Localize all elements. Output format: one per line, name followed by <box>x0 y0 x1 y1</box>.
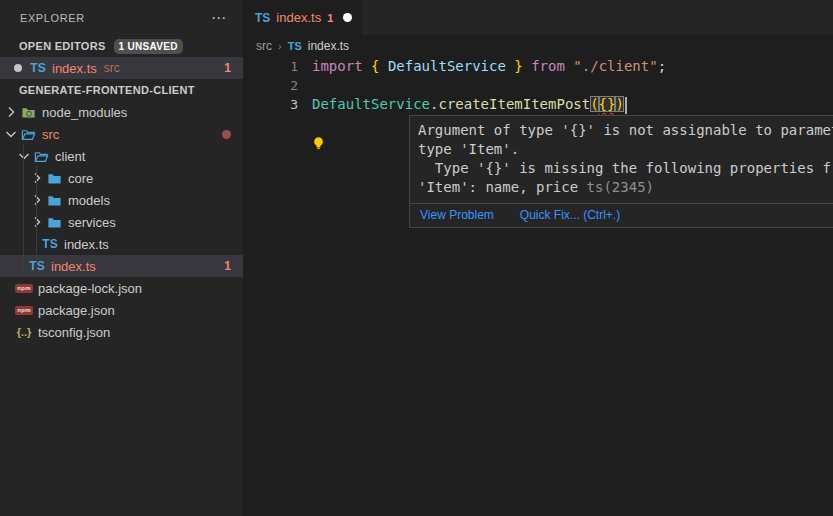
code-area[interactable]: 1import { DefaultService } from "./clien… <box>243 57 833 114</box>
tree-item-label: services <box>68 215 116 230</box>
indent-guide <box>36 166 37 254</box>
ts-icon: TS <box>41 237 59 251</box>
line-number[interactable]: 1 <box>243 57 298 76</box>
tree-item-label: client <box>55 149 85 164</box>
tab-error-count: 1 <box>327 12 333 24</box>
tab-index-ts[interactable]: TS index.ts 1 <box>243 0 362 35</box>
line-number[interactable]: 3 <box>243 95 298 114</box>
chevron-right-icon <box>29 214 45 230</box>
braces-icon: {..} <box>15 326 33 338</box>
view-problem-link[interactable]: View Problem <box>420 208 494 222</box>
open-editor-description: src <box>104 61 120 75</box>
open-editors-section[interactable]: OPEN EDITORS 1 UNSAVED <box>0 35 243 57</box>
tree-item-label: src <box>42 127 59 142</box>
code-token: ; <box>658 58 666 74</box>
code-token: DefaultService <box>379 58 514 74</box>
breadcrumb-file[interactable]: index.ts <box>308 39 349 53</box>
open-editor-filename: index.ts <box>52 61 97 76</box>
ts-icon: TS <box>29 61 47 75</box>
code-line-1[interactable]: 1import { DefaultService } from "./clien… <box>243 57 833 76</box>
chevron-right-icon: › <box>278 40 282 52</box>
tree-item-label: package.json <box>38 303 115 318</box>
explorer-title: EXPLORER <box>20 12 207 24</box>
tree-item-label: node_modules <box>42 105 127 120</box>
npm-icon: npm <box>15 284 33 293</box>
explorer-header: EXPLORER ⋯ <box>0 0 243 35</box>
tooltip-line: 'Item': name, price ts(2345) <box>418 178 833 197</box>
tree-item-label: index.ts <box>64 237 109 252</box>
folder-open-icon <box>32 149 50 164</box>
workspace-section[interactable]: GENERATE-FRONTEND-CLIENT <box>0 79 243 101</box>
open-editor-item-index-ts[interactable]: TS index.ts src 1 <box>0 57 243 79</box>
tree-item-tsconfig-json[interactable]: {..}tsconfig.json <box>0 321 243 343</box>
open-editors-label: OPEN EDITORS <box>19 40 106 52</box>
tree-item-package-json[interactable]: npmpackage.json <box>0 299 243 321</box>
tooltip-line: type 'Item'. <box>418 140 833 159</box>
folder-icon <box>45 193 63 208</box>
error-tooltip: Argument of type '{}' is not assignable … <box>409 115 833 228</box>
code-token: {} <box>599 96 616 112</box>
problem-dot-icon <box>222 130 231 139</box>
ts-icon: TS <box>288 40 302 52</box>
unsaved-count-badge: 1 UNSAVED <box>114 39 183 54</box>
quick-fix-link[interactable]: Quick Fix... (Ctrl+.) <box>520 208 620 222</box>
ts-icon: TS <box>28 259 46 273</box>
chevron-down-icon <box>3 126 19 142</box>
code-token: from <box>531 58 565 74</box>
code-token: DefaultService <box>312 96 430 112</box>
tooltip-line: Argument of type '{}' is not assignable … <box>418 121 833 140</box>
editor-group: TS index.ts 1 src › TS index.ts 1import … <box>243 0 833 516</box>
tab-strip: TS index.ts 1 <box>243 0 833 35</box>
lightbulb-icon[interactable] <box>311 136 326 151</box>
unsaved-dot-icon[interactable] <box>343 13 352 22</box>
chevron-right-icon <box>29 170 45 186</box>
vscode-window: EXPLORER ⋯ OPEN EDITORS 1 UNSAVED TS ind… <box>0 0 833 516</box>
tree-item-package-lock-json[interactable]: npmpackage-lock.json <box>0 277 243 299</box>
tree-item-index-ts[interactable]: TSindex.ts1 <box>0 255 243 277</box>
code-token: ) <box>615 96 623 112</box>
chevron-down-icon <box>16 148 32 164</box>
folder-icon <box>45 215 63 230</box>
workspace-label: GENERATE-FRONTEND-CLIENT <box>19 84 195 96</box>
tree-item-client[interactable]: client <box>0 145 243 167</box>
tab-title: index.ts <box>276 10 321 25</box>
explorer-sidebar: EXPLORER ⋯ OPEN EDITORS 1 UNSAVED TS ind… <box>0 0 243 516</box>
chevron-right-icon <box>3 104 19 120</box>
tree-item-src[interactable]: src <box>0 123 243 145</box>
code-token: import <box>312 58 363 74</box>
tree-item-label: tsconfig.json <box>38 325 110 340</box>
error-code: ts(2345) <box>587 179 654 195</box>
ts-icon: TS <box>255 10 270 25</box>
npm-icon: npm <box>15 306 33 315</box>
node-modules-folder-icon <box>19 105 37 120</box>
line-number[interactable]: 2 <box>243 76 298 95</box>
tree-item-label: core <box>68 171 93 186</box>
chevron-right-icon <box>29 192 45 208</box>
tree-item-node-modules[interactable]: node_modules <box>0 101 243 123</box>
code-line-2[interactable]: 2 <box>243 76 833 95</box>
indent-guide <box>23 144 24 276</box>
tooltip-line: Type '{}' is missing the following prope… <box>418 159 833 178</box>
code-token <box>523 58 531 74</box>
code-token: ( <box>590 96 598 112</box>
code-token: "./client" <box>573 58 657 74</box>
text-cursor <box>625 97 627 114</box>
error-tooltip-message: Argument of type '{}' is not assignable … <box>410 116 833 203</box>
breadcrumb-folder[interactable]: src <box>256 39 272 53</box>
more-actions-icon[interactable]: ⋯ <box>207 11 231 25</box>
code-token: } <box>514 58 522 74</box>
code-line-3[interactable]: 3DefaultService.createItemItemPost({}) <box>243 95 833 114</box>
code-token: createItemItemPost <box>438 96 590 112</box>
tree-item-label: package-lock.json <box>38 281 142 296</box>
error-tooltip-actions: View Problem Quick Fix... (Ctrl+.) <box>410 203 833 227</box>
error-count-badge: 1 <box>224 259 231 273</box>
error-count-badge: 1 <box>224 61 231 75</box>
code-token <box>363 58 371 74</box>
modified-dot-icon[interactable] <box>14 64 22 72</box>
folder-open-icon <box>19 127 37 142</box>
breadcrumb: src › TS index.ts <box>243 35 833 57</box>
tree-item-label: index.ts <box>51 259 96 274</box>
tree-item-label: models <box>68 193 110 208</box>
folder-icon <box>45 171 63 186</box>
